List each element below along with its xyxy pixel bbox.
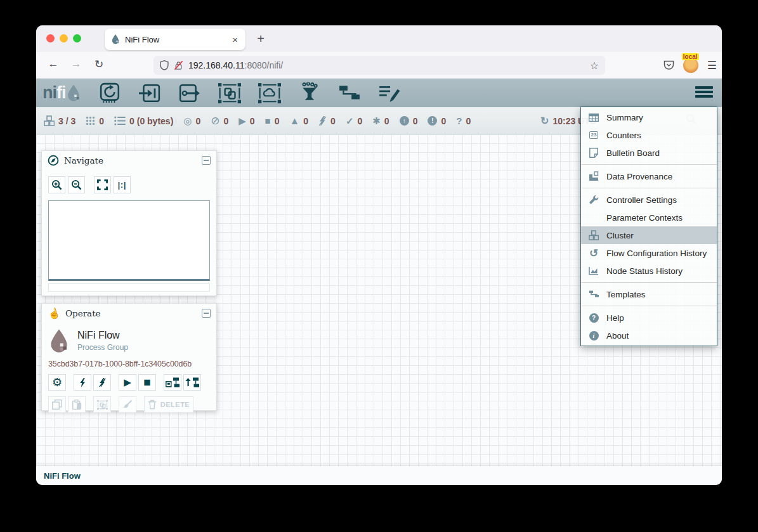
zoom-fit-button[interactable] <box>94 176 111 193</box>
breadcrumb[interactable]: NiFi Flow <box>44 471 81 481</box>
summary-icon <box>587 114 600 122</box>
menu-item-data-provenance[interactable]: Data Provenance <box>581 167 717 185</box>
shield-icon <box>160 60 169 70</box>
menu-item-controller-settings[interactable]: Controller Settings <box>581 191 717 209</box>
gear-icon: ⚙ <box>52 375 62 389</box>
color-button[interactable] <box>119 396 136 413</box>
not-transmitting-icon: ⊘ <box>211 115 219 126</box>
operate-minimize-button[interactable] <box>202 309 211 318</box>
status-queued: 0 (0 bytes) <box>114 116 173 126</box>
menu-item-templates[interactable]: Templates <box>581 285 717 303</box>
operate-palette: ☝ Operate NiFi Flow Process Group 35cbd3… <box>41 303 217 411</box>
upload-template-icon <box>185 377 199 387</box>
configure-button[interactable]: ⚙ <box>48 374 66 391</box>
menu-item-cluster[interactable]: Cluster <box>581 226 717 244</box>
menu-item-summary[interactable]: Summary <box>581 108 717 126</box>
browser-url-bar: ← → ↻ 192.168.40.11:8080/nifi/ ☆ local ☰ <box>36 52 722 79</box>
menu-item-bulletin-board[interactable]: Bulletin Board <box>581 144 717 162</box>
tab-close-icon[interactable]: × <box>231 34 239 45</box>
profile-avatar[interactable]: local <box>683 58 698 73</box>
reload-button[interactable]: ↻ <box>91 58 107 73</box>
canvas-minimap[interactable] <box>48 200 210 281</box>
browser-menu-icon[interactable]: ☰ <box>707 59 717 72</box>
copy-icon <box>52 399 62 410</box>
node-status-history-icon <box>587 266 600 275</box>
refresh-icon[interactable]: ↻ <box>540 115 549 127</box>
trash-icon <box>148 399 157 410</box>
zoom-actual-size-button[interactable]: |:| <box>114 176 131 193</box>
pocket-icon[interactable] <box>663 60 674 70</box>
disable-button[interactable] <box>93 374 111 391</box>
group-button[interactable] <box>93 396 111 413</box>
nifi-favicon-icon <box>111 34 120 44</box>
window-minimize-button[interactable] <box>60 34 68 42</box>
nifi-component-toolbar: nifi <box>36 79 722 107</box>
stop-button[interactable]: ■ <box>138 374 156 391</box>
forward-button[interactable]: → <box>68 58 84 73</box>
menu-item-node-status-history[interactable]: Node Status History <box>581 262 717 280</box>
url-text[interactable]: 192.168.40.11:8080/nifi/ <box>188 60 590 70</box>
upload-template-button[interactable] <box>183 374 201 391</box>
status-running: ▶ 0 <box>239 116 254 126</box>
delete-button[interactable]: DELETE <box>144 396 193 413</box>
status-active-threads: 0 <box>86 116 104 126</box>
menu-separator <box>581 188 717 188</box>
browser-tab-bar: NiFi Flow × + <box>36 25 722 52</box>
invalid-warning-icon: ▲ <box>289 116 299 126</box>
menu-item-counters[interactable]: 23 Counters <box>581 126 717 144</box>
bookmark-star-icon[interactable]: ☆ <box>590 60 599 72</box>
status-transmitting: ◎ 0 <box>183 116 200 126</box>
navigate-minimize-button[interactable] <box>202 156 211 165</box>
locally-modified-stale-icon: ! <box>428 116 437 126</box>
start-button[interactable]: ▶ <box>119 374 136 391</box>
menu-separator <box>581 306 717 306</box>
zoom-in-button[interactable] <box>48 176 65 193</box>
copy-button[interactable] <box>48 396 66 413</box>
navigate-title: Navigate <box>64 155 197 165</box>
stop-icon: ■ <box>143 375 150 389</box>
process-group-component-icon[interactable] <box>218 82 242 105</box>
nifi-logo: nifi <box>42 83 81 103</box>
sync-failure-icon: ? <box>456 116 462 126</box>
output-port-component-icon[interactable] <box>178 82 202 105</box>
delete-label: DELETE <box>160 401 190 408</box>
back-button[interactable]: ← <box>45 58 62 73</box>
template-component-icon[interactable] <box>337 82 362 105</box>
status-locally-modified-stale: ! 0 <box>428 116 446 126</box>
status-up-to-date: ✓ 0 <box>346 116 362 126</box>
queued-list-icon <box>114 116 126 126</box>
window-zoom-button[interactable] <box>73 34 81 42</box>
menu-item-parameter-contexts[interactable]: Parameter Contexts <box>581 209 717 226</box>
new-tab-button[interactable]: + <box>252 30 270 48</box>
enable-button[interactable] <box>74 374 91 391</box>
zoom-out-button[interactable] <box>68 176 85 193</box>
nifi-logo-drop-icon <box>66 84 81 103</box>
window-close-button[interactable] <box>46 34 55 42</box>
menu-item-help[interactable]: ? Help <box>581 309 717 327</box>
about-icon: i <box>587 331 600 341</box>
funnel-component-icon[interactable] <box>297 82 322 105</box>
tab-title: NiFi Flow <box>125 35 231 44</box>
insecure-lock-icon[interactable] <box>174 60 183 70</box>
operate-title: Operate <box>65 308 197 318</box>
save-template-button[interactable] <box>164 374 181 391</box>
hand-pointer-icon: ☝ <box>46 306 62 320</box>
menu-item-about[interactable]: i About <box>581 327 717 344</box>
paste-button[interactable] <box>68 396 86 413</box>
processor-component-icon[interactable] <box>98 82 122 105</box>
running-play-icon: ▶ <box>239 116 246 126</box>
group-icon <box>97 400 108 410</box>
address-field[interactable]: 192.168.40.11:8080/nifi/ ☆ <box>154 56 605 75</box>
menu-item-flow-configuration-history[interactable]: ↺ Flow Configuration History <box>581 244 717 262</box>
compass-icon <box>48 155 59 166</box>
remote-process-group-component-icon[interactable] <box>258 82 282 105</box>
nifi-global-menu-button[interactable] <box>695 86 713 100</box>
process-group-drop-icon <box>48 328 70 354</box>
up-to-date-check-icon: ✓ <box>346 116 354 126</box>
templates-icon <box>587 290 600 299</box>
input-port-component-icon[interactable] <box>138 82 162 105</box>
browser-tab[interactable]: NiFi Flow × <box>105 29 245 50</box>
stopped-square-icon: ■ <box>265 116 271 126</box>
label-component-icon[interactable] <box>377 82 402 105</box>
minimap-scroll-strip[interactable] <box>48 283 210 292</box>
